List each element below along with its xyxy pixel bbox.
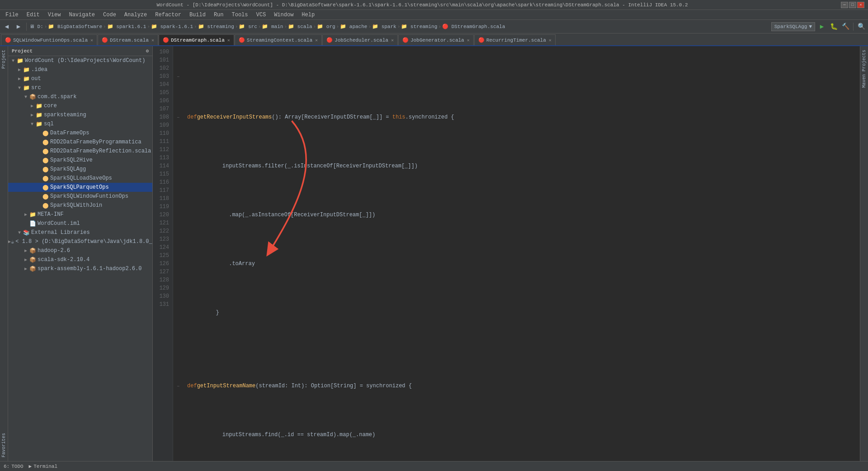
tab-close-jobgenerator[interactable]: ✕	[467, 38, 470, 43]
tree-ext-libs[interactable]: ▼ 📚 External Libraries	[8, 228, 152, 237]
tab-dstreamgraph[interactable]: 🔴 DStreamGraph.scala ✕	[159, 34, 234, 45]
breadcrumb-spark161-1[interactable]: 📁 spark1.6.1	[107, 24, 146, 29]
tree-icon-sparksqlwithjoin: ⬤	[42, 202, 49, 209]
tree-dataframeops[interactable]: ▶ ⬤ DataFrameOps	[8, 128, 152, 138]
menu-help[interactable]: Help	[298, 11, 318, 19]
menu-navigate[interactable]: Navigate	[65, 11, 99, 19]
left-panel-icons: Project Favorites	[0, 46, 8, 461]
breadcrumb-bigdata[interactable]: 📁 BigDataSoftware	[48, 24, 102, 29]
tree-sparksqlparquetops[interactable]: ▶ ⬤ SparkSQLParquetOps	[8, 183, 152, 192]
breadcrumb-main[interactable]: 📁 main	[262, 24, 283, 29]
tree-rdd2programmatica[interactable]: ▶ ⬤ RDD2DataFrameByProgrammatica	[8, 138, 152, 147]
run-button[interactable]: ▶	[817, 22, 827, 32]
tab-icon-jobgenerator: 🔴	[402, 37, 409, 43]
tree-metainf[interactable]: ▶ 📁 META-INF	[8, 210, 152, 219]
toolbar-sep-1	[26, 23, 27, 31]
tree-spark-assembly[interactable]: ▶ 📦 spark-assembly-1.6.1-hadoop2.6.0	[8, 264, 152, 273]
tab-close-dstream[interactable]: ✕	[151, 38, 154, 43]
tree-scala-sdk[interactable]: ▶ 📦 scala-sdk-2.10.4	[8, 255, 152, 264]
tree-rdd2reflection[interactable]: ▶ ⬤ RDD2DataFrameByReflection.scala	[8, 147, 152, 156]
tree-hadoop[interactable]: ▶ 📦 hadoop-2.6	[8, 246, 152, 255]
tree-wordcount-iml[interactable]: ▶ 📄 WordCount.iml	[8, 219, 152, 228]
tree-sparksqlagg[interactable]: ▶ ⬤ SparkSQLAgg	[8, 165, 152, 174]
menu-analyze[interactable]: Analyze	[121, 11, 151, 19]
terminal-button[interactable]: ▶ Terminal	[29, 463, 57, 469]
toolbar-forward-button[interactable]: ▶	[14, 22, 24, 32]
favorites-icon[interactable]: Favorites	[1, 431, 6, 459]
breadcrumb-spark[interactable]: 📁 spark	[372, 24, 396, 29]
menu-tools[interactable]: Tools	[228, 11, 252, 19]
tree-arrow-out: ▶	[16, 76, 23, 81]
tab-jobgenerator[interactable]: 🔴 JobGenerator.scala ✕	[398, 34, 474, 45]
breadcrumb-org[interactable]: 📁 org	[317, 24, 335, 29]
tree-label-scala-sdk: scala-sdk-2.10.4	[38, 257, 90, 263]
tab-close-streamingctx[interactable]: ✕	[315, 38, 318, 43]
tab-close-dstreamgraph[interactable]: ✕	[227, 38, 230, 43]
breadcrumb-scala[interactable]: 📁 scala	[288, 24, 312, 29]
main-layout: Project Favorites Project ⚙ ▼ 📁 WordCoun…	[0, 46, 868, 461]
tree-core[interactable]: ▶ 📁 core	[8, 101, 152, 110]
breadcrumb-streaming[interactable]: 📁 streaming	[198, 24, 234, 29]
minimize-button[interactable]: ─	[841, 2, 848, 8]
editor-area[interactable]: 100 101 102 103 104 105 106 107 108 109 …	[153, 46, 860, 461]
tab-jobscheduler[interactable]: 🔴 JobScheduler.scala ✕	[322, 34, 398, 45]
toolbar-back-button[interactable]: ◀	[2, 22, 12, 32]
breadcrumb-spark161-2[interactable]: 📁 spark-1.6.1	[151, 24, 193, 29]
todo-button[interactable]: 6: TODO	[4, 464, 24, 469]
tab-close-sqlwindow[interactable]: ✕	[90, 38, 93, 43]
tab-close-recurringtimer[interactable]: ✕	[549, 38, 552, 43]
tree-label-src: src	[31, 85, 41, 91]
tree-jdk[interactable]: ▶ ☕ < 1.8 > (D:\BigDataSoftware\Java\jdk…	[8, 237, 152, 246]
tab-close-jobscheduler[interactable]: ✕	[391, 38, 394, 43]
tree-sparksqlwindow[interactable]: ▶ ⬤ SparkSQLWindowFuntionOps	[8, 192, 152, 201]
maximize-button[interactable]: □	[849, 2, 856, 8]
tab-sqlwindow[interactable]: 🔴 SQLWindowFuntionOps.scala ✕	[1, 34, 97, 45]
search-button[interactable]: 🔍	[856, 22, 866, 32]
breadcrumb-d[interactable]: 🖥 D:	[29, 24, 43, 29]
breadcrumb-src[interactable]: 📁 src	[239, 24, 257, 29]
tree-label-metainf: META-INF	[38, 211, 64, 218]
breadcrumb-apache[interactable]: 📁 apache	[340, 24, 367, 29]
tree-sparksqlwithjoin[interactable]: ▶ ⬤ SparkSQLWithJoin	[8, 201, 152, 210]
menu-run[interactable]: Run	[210, 11, 227, 19]
tab-dstream[interactable]: 🔴 DStream.scala ✕	[98, 34, 158, 45]
menu-refactor[interactable]: Refactor	[151, 11, 185, 19]
tree-wordcount[interactable]: ▼ 📁 WordCount (D:\IdeaProjects\WordCount…	[8, 56, 152, 65]
menu-vcs[interactable]: VCS	[253, 11, 270, 19]
tree-label-sparksqlloadsaveops: SparkSQLLoadSaveOps	[50, 175, 112, 181]
tree-sparksql2hive[interactable]: ▶ ⬤ SparkSQL2Hive	[8, 156, 152, 165]
tab-label-recurringtimer: RecurringTimer.scala	[486, 38, 546, 43]
project-icon[interactable]: Project	[1, 48, 6, 71]
run-config-selector[interactable]: SparkSQLAgg ▼	[771, 22, 815, 31]
tree-com-dt-spark[interactable]: ▼ 📦 com.dt.spark	[8, 92, 152, 101]
tree-icon-wordcount: 📁	[16, 57, 24, 64]
tree-sparksteaming[interactable]: ▶ 📁 sparksteaming	[8, 110, 152, 119]
close-button[interactable]: ✕	[857, 2, 864, 8]
tree-out[interactable]: ▶ 📁 out	[8, 74, 152, 83]
tree-sql[interactable]: ▼ 📁 sql	[8, 119, 152, 128]
breadcrumb-streaming2[interactable]: 📁 streaming	[401, 24, 437, 29]
menu-view[interactable]: View	[44, 11, 65, 19]
sidebar-gear-icon[interactable]: ⚙	[146, 48, 149, 54]
menu-edit[interactable]: Edit	[23, 11, 43, 19]
tab-recurringtimer[interactable]: 🔴 RecurringTimer.scala ✕	[474, 34, 556, 45]
sidebar-header: Project ⚙	[8, 46, 152, 56]
debug-button[interactable]: 🐛	[829, 22, 839, 32]
code-container[interactable]: 100 101 102 103 104 105 106 107 108 109 …	[153, 46, 860, 461]
tab-streamingctx[interactable]: 🔴 StreamingContext.scala ✕	[235, 34, 322, 45]
tree-idea[interactable]: ▶ 📁 .idea	[8, 65, 152, 74]
tree-icon-wordcount-iml: 📄	[29, 220, 36, 227]
tab-icon-jobscheduler: 🔴	[326, 37, 333, 43]
code-line-103: .map(_.asInstanceOf[ReceiverInputDStream…	[177, 203, 856, 227]
menubar: File Edit View Navigate Code Analyze Ref…	[0, 10, 868, 20]
menu-code[interactable]: Code	[99, 11, 120, 19]
code-content[interactable]: – – def getReceiverInputStreams(): Array…	[173, 46, 860, 461]
menu-file[interactable]: File	[2, 11, 22, 19]
tree-src[interactable]: ▼ 📁 src	[8, 83, 152, 92]
menu-build[interactable]: Build	[186, 11, 209, 19]
build-button[interactable]: 🔨	[840, 22, 850, 32]
maven-projects-icon[interactable]: Maven Projects	[862, 48, 867, 90]
menu-window[interactable]: Window	[270, 11, 297, 19]
tree-sparksqlloadsaveops[interactable]: ▶ ⬤ SparkSQLLoadSaveOps	[8, 174, 152, 183]
breadcrumb-file[interactable]: 🔴 DStreamGraph.scala	[442, 24, 505, 29]
